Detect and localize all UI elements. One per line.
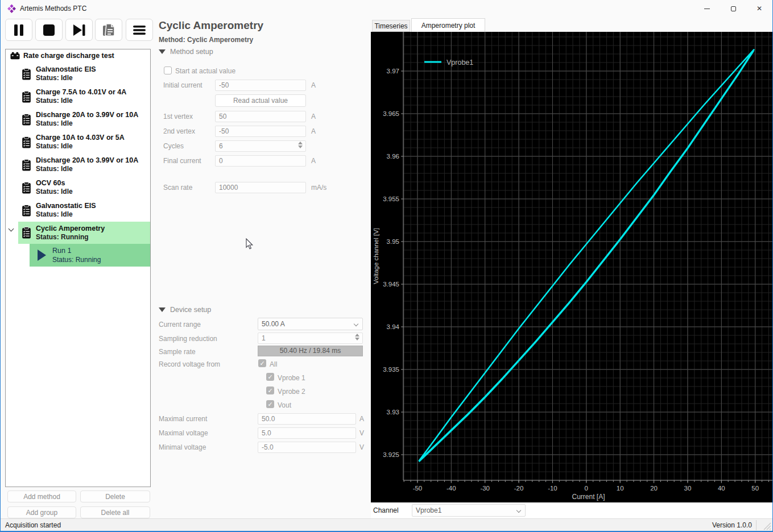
svg-text:-40: -40 [447, 485, 456, 492]
svg-text:20: 20 [650, 485, 658, 492]
current-range-label: Current range [159, 321, 201, 329]
svg-text:0: 0 [585, 485, 588, 492]
channel-dropdown[interactable]: Vprobe1 [412, 504, 526, 517]
app-window: Artemis Methods PTC ✕ [0, 0, 773, 532]
collapse-triangle-icon [159, 307, 166, 312]
tree-item[interactable]: Galvanostatic EISStatus: Idle [22, 200, 96, 221]
version-text: Version 1.0.0 [712, 521, 752, 529]
svg-text:3.925: 3.925 [383, 451, 399, 458]
spinner-down-icon [355, 338, 359, 340]
method-clipboard-icon [22, 114, 31, 126]
tree-item-title: Cyclic Amperometry [36, 225, 105, 233]
tree-item[interactable]: Discharge 20A to 3.99V or 10AStatus: Idl… [22, 109, 138, 130]
chevron-down-icon [9, 226, 14, 232]
play-icon [38, 250, 46, 261]
minimal-voltage-input[interactable] [258, 442, 356, 453]
record-vprobe1-checkbox: ✓ [266, 373, 274, 381]
sampling-reduction-input[interactable] [258, 332, 363, 344]
tree-group-label: Rate charge discharge test [23, 52, 114, 60]
sampling-reduction-spinner[interactable] [354, 334, 361, 340]
section-label: Method setup [170, 48, 213, 56]
menu-button[interactable] [126, 19, 153, 41]
read-actual-value-button[interactable]: Read actual value [215, 94, 306, 107]
x-axis-label: Current [A] [572, 493, 605, 501]
record-vout-label: Vout [278, 401, 291, 409]
record-voltage-from-label: Record voltage from [159, 360, 220, 368]
method-clipboard-icon [22, 227, 31, 239]
window-title: Artemis Methods PTC [20, 5, 86, 13]
device-setup-section-header[interactable]: Device setup [159, 306, 211, 314]
tree-expander-chevron[interactable] [9, 227, 13, 231]
y-axis-label: Voltage channel [V] [373, 228, 379, 284]
tree-item[interactable]: Charge 10A to 4.03V or 5AStatus: Idle [22, 131, 125, 153]
tree-item[interactable]: Galvanostatic EISStatus: Idle [22, 63, 96, 85]
stop-button[interactable] [35, 19, 63, 41]
record-vprobe1-label: Vprobe 1 [278, 374, 305, 382]
add-group-button[interactable]: Add group [7, 506, 76, 518]
method-subtitle: Method: Cyclic Amperometry [159, 36, 253, 44]
maximal-voltage-label: Maximal voltage [159, 429, 208, 437]
tree-item[interactable]: Charge 7.5A to 4.01V or 4AStatus: Idle [22, 86, 126, 107]
record-vprobe2-checkbox: ✓ [266, 386, 274, 394]
final-current-label: Final current [163, 157, 201, 165]
amperometry-plot-area: -50-40-30-20-10010203040503.9253.933.935… [371, 32, 773, 502]
battery-icon [10, 52, 20, 60]
copy-report-button[interactable] [95, 19, 122, 41]
skip-next-button[interactable] [65, 19, 93, 41]
cycles-spinner[interactable] [297, 142, 304, 148]
method-clipboard-icon [22, 136, 31, 148]
start-at-actual-checkbox[interactable] [164, 66, 172, 74]
second-vertex-label: 2nd vertex [163, 127, 195, 135]
svg-text:-30: -30 [480, 485, 490, 492]
tree-item-status: Status: Idle [36, 119, 138, 128]
minimize-icon [704, 9, 710, 9]
tree-item-selected[interactable]: Cyclic AmperometryStatus: Running [18, 222, 150, 244]
tree-item-title: OCV 60s [36, 179, 73, 188]
minimize-button[interactable] [694, 0, 720, 17]
scan-rate-input[interactable] [215, 182, 306, 193]
final-current-input[interactable] [215, 155, 306, 167]
tree-run-item[interactable]: Run 1 Status: Running [30, 244, 150, 267]
method-clipboard-icon [22, 159, 31, 171]
amperometry-chart: -50-40-30-20-10010203040503.9253.933.935… [371, 32, 773, 502]
maximal-voltage-input[interactable] [258, 427, 356, 439]
first-vertex-input[interactable] [215, 111, 306, 122]
record-all-label: All [270, 360, 277, 368]
maximize-icon [731, 6, 736, 11]
record-all-checkbox: ✓ [258, 359, 266, 367]
sample-rate-label: Sample rate [159, 348, 196, 356]
tree-item-status: Status: Idle [36, 142, 125, 151]
pause-button[interactable] [5, 19, 32, 41]
svg-text:10: 10 [617, 485, 624, 492]
svg-text:3.945: 3.945 [383, 281, 399, 288]
title-bar: Artemis Methods PTC ✕ [1, 0, 772, 17]
delete-all-button[interactable]: Delete all [80, 506, 150, 518]
current-range-value: 50.00 A [262, 320, 285, 328]
tab-amperometry-plot[interactable]: Amperometry plot [411, 18, 485, 32]
method-setup-section-header[interactable]: Method setup [159, 48, 213, 56]
add-method-button[interactable]: Add method [7, 491, 76, 502]
stop-icon [43, 24, 55, 36]
close-button[interactable]: ✕ [746, 0, 772, 17]
cycles-input[interactable] [215, 140, 306, 152]
statusbar-separator [756, 520, 757, 530]
resize-grip[interactable] [763, 522, 771, 530]
channel-label: Channel [373, 506, 399, 514]
tab-timeseries[interactable]: Timeseries [372, 20, 410, 32]
record-vprobe2-label: Vprobe 2 [278, 388, 305, 396]
tree-group-header[interactable]: Rate charge discharge test [10, 52, 114, 60]
maximal-current-input[interactable] [258, 413, 356, 425]
initial-current-input[interactable] [215, 80, 306, 91]
delete-button[interactable]: Delete [80, 491, 150, 502]
tree-item[interactable]: OCV 60sStatus: Idle [22, 177, 73, 198]
tree-item-title: Galvanostatic EIS [36, 202, 96, 210]
current-range-dropdown[interactable]: 50.00 A [258, 318, 363, 330]
tree-item[interactable]: Discharge 20A to 3.99V or 10AStatus: Idl… [22, 154, 138, 176]
maximal-current-unit: A [359, 415, 364, 423]
channel-value: Vprobe1 [416, 506, 441, 514]
maximize-button[interactable] [720, 0, 746, 17]
second-vertex-input[interactable] [215, 126, 306, 137]
tree-item-title: Charge 10A to 4.03V or 5A [36, 134, 125, 142]
minimal-voltage-label: Minimal voltage [159, 443, 206, 451]
close-icon: ✕ [757, 5, 762, 13]
